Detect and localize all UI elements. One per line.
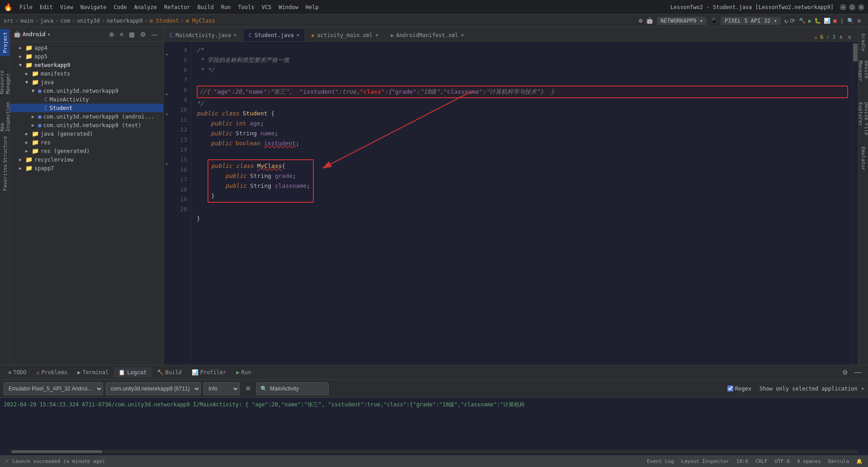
tree-item-student[interactable]: C Student xyxy=(10,104,163,112)
minimize-button[interactable]: — xyxy=(840,4,846,10)
tree-item-java[interactable]: ▼ 📁 java xyxy=(10,78,163,86)
stop-icon[interactable]: ■ xyxy=(833,18,836,24)
tab-close-activity-main[interactable]: ✕ xyxy=(375,32,378,38)
bc-networkapp9[interactable]: networkapp9 xyxy=(107,18,142,24)
process-select[interactable]: com.unity3d.networkapp9 (6711) xyxy=(106,382,201,395)
regex-checkbox-area[interactable]: Regex xyxy=(727,386,751,392)
bc-student[interactable]: ⚙ Student xyxy=(150,18,179,24)
cursor-position[interactable]: 18:6 xyxy=(736,458,749,464)
tree-item-recyclerview[interactable]: ▶ 📁 recyclerview xyxy=(10,155,163,164)
menu-code[interactable]: Code xyxy=(111,3,130,12)
tab-terminal[interactable]: ▶ Terminal xyxy=(73,367,113,377)
logcat-search-input[interactable] xyxy=(270,386,325,392)
menu-navigate[interactable]: Navigate xyxy=(77,3,110,12)
toolbar-icon-android[interactable]: 🤖 xyxy=(646,17,653,24)
code-content[interactable]: /* * 字段的名称和类型要求严格一致 * */ xyxy=(191,42,852,365)
settings-icon[interactable]: ⚙ xyxy=(858,18,861,24)
app-inspection-label[interactable]: App Inspection xyxy=(0,99,10,135)
tree-item-package-test[interactable]: ▶ ● com.unity3d.networkapp9 (test) xyxy=(10,121,163,129)
device-selector[interactable]: NETWORKAPP9 ▾ xyxy=(657,17,707,25)
bc-com[interactable]: com xyxy=(60,18,70,24)
tree-item-package-main[interactable]: ▼ ● com.unity3d.networkapp9 xyxy=(10,86,163,95)
menu-help[interactable]: Help xyxy=(302,3,322,12)
scrollbar[interactable] xyxy=(852,42,858,365)
bc-unity3d[interactable]: unity3d xyxy=(77,18,100,24)
tab-logcat[interactable]: 📋 Logcat xyxy=(114,367,151,377)
dropdown-arrow[interactable]: ▾ xyxy=(47,31,51,38)
code-editor[interactable]: ▶ ▶ ▶ ▶ xyxy=(164,42,858,365)
maximize-button[interactable]: □ xyxy=(849,4,855,10)
tab-mainactivity[interactable]: C MainActivity.java ✕ xyxy=(164,29,243,41)
menu-run[interactable]: Run xyxy=(218,3,234,12)
menu-refactor[interactable]: Refactor xyxy=(161,3,193,12)
profile-icon[interactable]: 📊 xyxy=(824,18,830,24)
bc-main[interactable]: main xyxy=(20,18,33,24)
logcat-search-box[interactable]: 🔍 xyxy=(256,382,329,395)
encoding[interactable]: UTF-8 xyxy=(775,458,790,464)
tree-item-app4[interactable]: ▶ 📁 app4 xyxy=(10,43,163,52)
build-icon[interactable]: 🔨 xyxy=(799,18,806,24)
tree-item-package-android[interactable]: ▶ ● com.unity3d.networkapp9 (androi... xyxy=(10,112,163,121)
logcat-clear-btn[interactable]: ✕ xyxy=(242,383,254,394)
tree-item-spapp7[interactable]: ▶ 📁 spapp7 xyxy=(10,164,163,172)
tab-build[interactable]: 🔨 Build xyxy=(152,367,186,377)
search-icon[interactable]: 🔍 xyxy=(847,18,854,24)
theme[interactable]: Darcula xyxy=(828,458,849,464)
level-select[interactable]: Info xyxy=(203,382,240,395)
tree-item-java-gen[interactable]: ▶ 📁 java (generated) xyxy=(10,129,163,138)
api-selector[interactable]: PIXEL 5 API 32 ▾ xyxy=(721,17,781,25)
show-selected-dropdown[interactable]: ▾ xyxy=(861,386,864,392)
settings-btn[interactable]: ⚙ xyxy=(138,30,148,39)
show-selected-checkbox-area[interactable]: Show only selected application ▾ xyxy=(760,386,864,392)
structure-label[interactable]: Structure xyxy=(0,136,10,163)
menu-tools[interactable]: Tools xyxy=(235,3,258,12)
minimize-sidebar-btn[interactable]: — xyxy=(150,30,160,39)
tab-todo[interactable]: ≡ TODO xyxy=(4,367,31,377)
run-icon[interactable]: ▶ xyxy=(808,18,811,24)
tab-student[interactable]: C Student.java ✕ xyxy=(243,29,306,41)
menu-vcs[interactable]: VCS xyxy=(259,3,275,12)
refresh-icon[interactable]: ↻ xyxy=(784,17,788,24)
bc-myclass[interactable]: ⚙ MyClass xyxy=(186,18,215,24)
tab-run[interactable]: ▶ Run xyxy=(231,367,255,377)
tab-profiler[interactable]: 📊 Profiler xyxy=(187,367,231,377)
toolbar-icon-1[interactable]: ⚙ xyxy=(639,17,642,24)
tree-item-mainactivity[interactable]: C MainActivity xyxy=(10,95,163,104)
favorites-label[interactable]: Favorites xyxy=(0,164,10,191)
scroll-down-btn[interactable]: ∨ xyxy=(847,33,853,41)
menu-file[interactable]: File xyxy=(16,3,36,12)
regex-checkbox[interactable] xyxy=(727,386,733,391)
menu-view[interactable]: View xyxy=(57,3,76,12)
event-log-btn[interactable]: Event Log xyxy=(647,458,674,464)
menu-edit[interactable]: Edit xyxy=(37,3,56,12)
gradle-label[interactable]: Gradle xyxy=(859,29,868,56)
scroll-up-btn[interactable]: ∧ xyxy=(838,33,844,41)
tree-item-res-gen[interactable]: ▶ 📁 res (generated) xyxy=(10,147,163,155)
device-file-explorer-label[interactable]: Device File Explorer xyxy=(859,99,868,144)
tab-close-mainactivity[interactable]: ✕ xyxy=(234,32,237,38)
notifications-icon[interactable]: 🔔 xyxy=(856,458,863,464)
logcat-gear-btn[interactable]: ⚙ xyxy=(840,368,851,377)
menu-window[interactable]: Window xyxy=(275,3,301,12)
sync-btn[interactable]: ⊕ xyxy=(107,30,116,39)
log-hscrollbar[interactable] xyxy=(10,450,858,453)
tab-androidmanifest[interactable]: ◈ AndroidManifest.xml ✕ xyxy=(384,29,470,41)
tab-close-student[interactable]: ✕ xyxy=(297,32,300,38)
logcat-close-panel-btn[interactable]: — xyxy=(852,367,864,377)
sort-btn[interactable]: ≡ xyxy=(118,30,125,39)
tree-item-app5[interactable]: ▶ 📁 app5 xyxy=(10,52,163,61)
tab-activity-main[interactable]: ◈ activity_main.xml ✕ xyxy=(305,29,384,41)
layout-inspector-btn[interactable]: Layout Inspector xyxy=(681,458,729,464)
tab-problems[interactable]: ⚠ Problems xyxy=(32,367,72,377)
emulator-label[interactable]: Emulator xyxy=(859,145,868,172)
sync-icon[interactable]: ⟳ xyxy=(790,17,795,24)
tree-item-manifests[interactable]: ▶ 📁 manifests xyxy=(10,69,163,78)
emulator-select[interactable]: Emulator Pixel_5_API_32 Androi... xyxy=(4,382,103,395)
close-button[interactable]: ✕ xyxy=(858,4,864,10)
tab-close-manifest[interactable]: ✕ xyxy=(461,32,464,38)
bc-src[interactable]: src xyxy=(4,18,14,24)
menu-analyze[interactable]: Analyze xyxy=(131,3,160,12)
tree-item-networkapp9[interactable]: ▼ 📁 networkapp9 xyxy=(10,61,163,69)
device-manager-label[interactable]: Device Manager xyxy=(859,57,868,98)
bc-java[interactable]: java xyxy=(40,18,53,24)
